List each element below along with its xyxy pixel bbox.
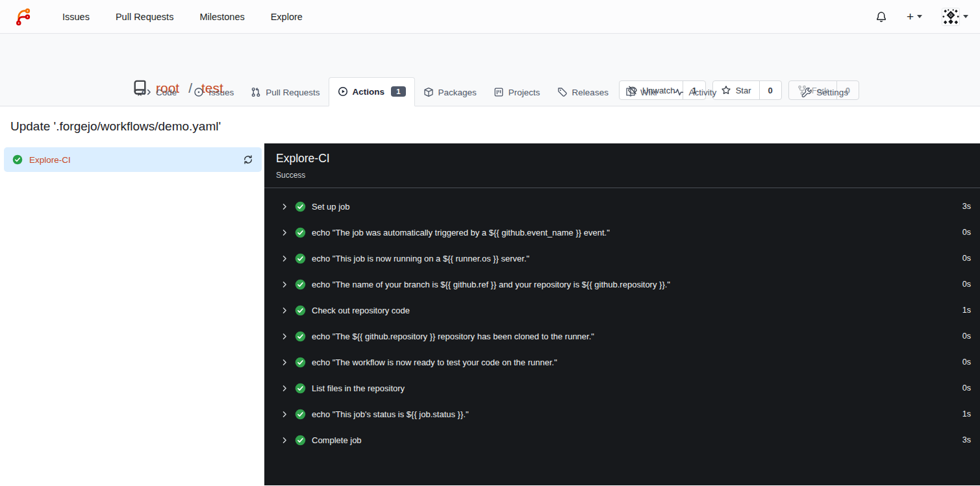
sidebar-job-explore-ci[interactable]: Explore-CI xyxy=(4,147,262,172)
check-circle-icon xyxy=(295,357,306,368)
step-duration: 3s xyxy=(962,202,971,211)
step-row[interactable]: echo "This job's status is ${{ job.statu… xyxy=(264,401,980,427)
tab-label: Activity xyxy=(688,88,716,97)
check-circle-icon xyxy=(295,201,306,212)
chevron-down-icon xyxy=(963,15,968,18)
notifications-bell-icon[interactable] xyxy=(875,11,887,23)
forgejo-logo-icon[interactable] xyxy=(13,7,32,27)
step-duration: 0s xyxy=(962,254,971,263)
chevron-right-icon[interactable] xyxy=(281,202,289,211)
step-row[interactable]: echo "The workflow is now ready to test … xyxy=(264,349,980,375)
tab-activity[interactable]: Activity xyxy=(665,79,725,106)
step-name: List files in the repository xyxy=(312,383,405,393)
nav-explore[interactable]: Explore xyxy=(258,12,316,22)
create-new-button[interactable]: + xyxy=(907,10,922,23)
step-row[interactable]: echo "The job was automatically triggere… xyxy=(264,219,980,245)
step-name: Set up job xyxy=(312,202,350,212)
check-circle-icon xyxy=(295,435,306,446)
step-row[interactable]: echo "The ${{ github.repository }} repos… xyxy=(264,323,980,349)
chevron-right-icon[interactable] xyxy=(281,306,289,315)
tab-settings[interactable]: Settings xyxy=(793,79,857,106)
chevron-right-icon[interactable] xyxy=(281,332,289,341)
top-navbar: Issues Pull Requests Milestones Explore … xyxy=(0,0,980,34)
tab-packages[interactable]: Packages xyxy=(415,79,485,106)
page-title: Update '.forgejo/workflows/demo.yaml' xyxy=(0,106,980,143)
step-row[interactable]: echo "This job is now running on a ${{ r… xyxy=(264,245,980,271)
project-board-icon xyxy=(494,87,504,97)
job-log-panel: Explore-CI Success Set up job3secho "The… xyxy=(264,143,980,485)
play-circle-icon xyxy=(338,86,348,97)
job-title: Explore-CI xyxy=(276,152,968,165)
tab-label: Packages xyxy=(438,88,477,97)
job-name-label: Explore-CI xyxy=(29,155,71,165)
step-row[interactable]: echo "The name of your branch is ${{ git… xyxy=(264,271,980,297)
step-name: Complete job xyxy=(312,435,362,445)
issue-opened-icon xyxy=(194,87,204,97)
step-duration: 0s xyxy=(962,280,971,289)
chevron-right-icon[interactable] xyxy=(281,254,289,263)
step-name: echo "This job is now running on a ${{ r… xyxy=(312,254,529,263)
nav-milestones[interactable]: Milestones xyxy=(186,12,257,22)
tab-label: Actions xyxy=(353,87,385,97)
tab-projects[interactable]: Projects xyxy=(485,79,549,106)
user-menu[interactable] xyxy=(942,8,968,26)
step-duration: 0s xyxy=(962,332,971,341)
tab-actions[interactable]: Actions 1 xyxy=(329,77,415,106)
step-name: echo "This job's status is ${{ job.statu… xyxy=(312,409,469,419)
check-circle-icon xyxy=(295,383,306,394)
nav-issues[interactable]: Issues xyxy=(49,12,103,22)
jobs-sidebar: Explore-CI xyxy=(0,143,264,485)
book-open-icon xyxy=(625,87,636,97)
wrench-icon xyxy=(801,87,812,97)
step-name: echo "The job was automatically triggere… xyxy=(312,228,610,237)
tab-issues[interactable]: Issues xyxy=(185,79,242,106)
step-duration: 0s xyxy=(962,228,971,237)
refresh-icon[interactable] xyxy=(243,154,253,165)
nav-pull-requests[interactable]: Pull Requests xyxy=(103,12,186,22)
tab-code[interactable]: Code xyxy=(132,79,185,106)
step-duration: 1s xyxy=(962,306,971,315)
repo-tab-bar: Code Issues Pull Requests Actions 1 xyxy=(132,77,980,106)
check-circle-icon xyxy=(295,253,306,264)
step-row[interactable]: Set up job3s xyxy=(264,193,980,219)
step-duration: 3s xyxy=(962,435,971,444)
plus-icon: + xyxy=(907,10,914,23)
step-duration: 0s xyxy=(962,383,971,393)
repo-header: root / test Unwatch 1 Star 0 xyxy=(0,34,980,106)
chevron-down-icon xyxy=(917,15,922,18)
chevron-right-icon[interactable] xyxy=(281,228,289,237)
tab-label: Code xyxy=(156,88,177,97)
tab-pull-requests[interactable]: Pull Requests xyxy=(242,79,328,106)
tab-releases[interactable]: Releases xyxy=(549,79,617,106)
run-body: Explore-CI Explore-CI Success Set up job… xyxy=(0,143,980,485)
pulse-icon xyxy=(673,87,684,97)
chevron-right-icon[interactable] xyxy=(281,436,289,444)
tab-label: Settings xyxy=(816,88,848,97)
tab-wiki[interactable]: Wiki xyxy=(617,79,666,106)
step-row[interactable]: Check out repository code1s xyxy=(264,297,980,323)
step-row[interactable]: List files in the repository0s xyxy=(264,375,980,401)
check-circle-icon xyxy=(295,227,306,238)
code-icon xyxy=(141,87,151,97)
check-circle-icon xyxy=(295,331,306,342)
step-name: echo "The name of your branch is ${{ git… xyxy=(312,280,670,289)
chevron-right-icon[interactable] xyxy=(281,280,289,289)
main-nav: Issues Pull Requests Milestones Explore xyxy=(49,12,316,22)
chevron-right-icon[interactable] xyxy=(281,358,289,367)
tag-icon xyxy=(557,87,568,97)
chevron-right-icon[interactable] xyxy=(281,410,289,419)
job-panel-header: Explore-CI Success xyxy=(264,143,980,188)
tab-label: Issues xyxy=(208,88,234,97)
step-name: echo "The ${{ github.repository }} repos… xyxy=(312,332,594,341)
chevron-right-icon[interactable] xyxy=(281,384,289,393)
step-duration: 0s xyxy=(962,358,971,367)
check-circle-icon xyxy=(295,305,306,316)
steps-list: Set up job3secho "The job was automatica… xyxy=(264,188,980,453)
check-circle-icon xyxy=(12,154,23,165)
step-row[interactable]: Complete job3s xyxy=(264,427,980,453)
git-pull-request-icon xyxy=(251,87,261,97)
actions-count-badge: 1 xyxy=(391,86,405,97)
tab-label: Wiki xyxy=(640,88,657,97)
tab-label: Releases xyxy=(572,88,609,97)
tab-label: Projects xyxy=(509,88,540,97)
